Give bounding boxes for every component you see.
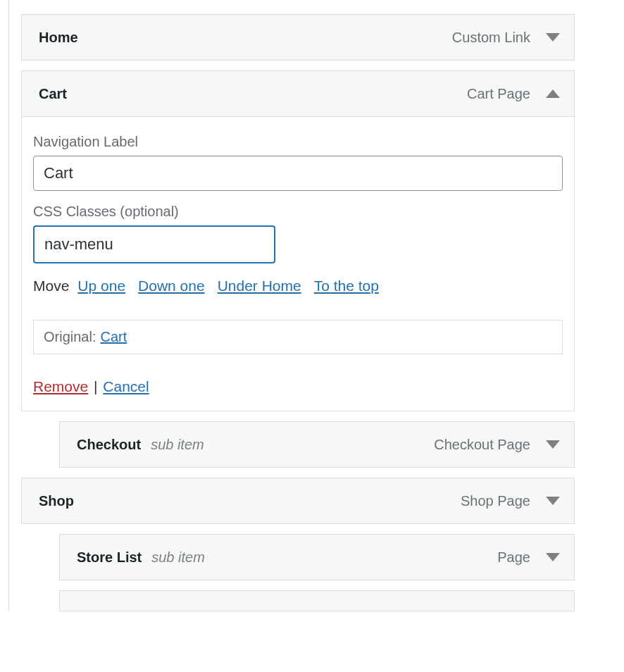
nav-label-input[interactable] (33, 156, 563, 191)
menu-item-title-wrap: Checkout sub item (77, 437, 204, 453)
menu-item-type: Page (497, 549, 530, 566)
sub-item-badge: sub item (151, 437, 204, 453)
menu-item-title: Store List (77, 549, 142, 566)
nav-label-field-block: Navigation Label (33, 134, 563, 191)
menu-item-type: Shop Page (461, 493, 530, 509)
menu-item-title: Cart (39, 86, 67, 102)
menu-item-store-list-header[interactable]: Store List sub item Page (59, 534, 575, 580)
move-label: Move (33, 278, 69, 294)
move-under-link[interactable]: Under Home (218, 278, 301, 294)
menu-item-meta: Page (497, 549, 560, 566)
menu-item-title: Shop (39, 493, 74, 509)
menu-item-title: Home (39, 30, 78, 46)
original-box: Original: Cart (33, 320, 563, 354)
menu-item-cart: Cart Cart Page Navigation Label CSS Clas… (21, 70, 575, 411)
original-link[interactable]: Cart (100, 329, 127, 345)
menu-item-shop-header[interactable]: Shop Shop Page (21, 478, 575, 524)
move-up-link[interactable]: Up one (77, 278, 125, 294)
menu-item-type: Custom Link (452, 30, 530, 46)
menu-item-home: Home Custom Link (21, 14, 575, 61)
chevron-down-icon[interactable] (546, 440, 560, 449)
nav-label-heading: Navigation Label (33, 134, 563, 150)
move-top-link[interactable]: To the top (314, 278, 379, 294)
menu-item-meta: Shop Page (461, 493, 560, 509)
chevron-down-icon[interactable] (546, 553, 560, 561)
action-divider: | (94, 378, 101, 394)
menu-item-meta: Custom Link (452, 30, 560, 46)
chevron-down-icon[interactable] (546, 497, 560, 505)
menu-item-checkout: Checkout sub item Checkout Page (59, 421, 575, 468)
original-label: Original: (44, 329, 96, 345)
menu-item-type: Checkout Page (434, 437, 530, 453)
menu-item-title: Checkout (77, 437, 141, 453)
remove-link[interactable]: Remove (33, 378, 88, 394)
menu-item-cart-header[interactable]: Cart Cart Page (21, 70, 575, 117)
chevron-down-icon[interactable] (546, 33, 560, 42)
menu-item-partial (59, 590, 575, 611)
move-down-link[interactable]: Down one (138, 278, 205, 294)
chevron-up-icon[interactable] (546, 89, 560, 98)
menu-item-checkout-header[interactable]: Checkout sub item Checkout Page (59, 421, 575, 468)
menu-item-list: Home Custom Link Cart Cart Page Navigati… (21, 14, 575, 611)
item-actions-row: Remove | Cancel (33, 378, 563, 395)
cancel-link[interactable]: Cancel (103, 378, 149, 394)
sub-item-badge: sub item (151, 549, 205, 566)
css-classes-field-block: CSS Classes (optional) (33, 204, 563, 263)
move-row: Move Up one Down one Under Home To the t… (33, 278, 563, 294)
menu-item-shop: Shop Shop Page (21, 478, 575, 524)
menu-item-title-wrap: Store List sub item (77, 549, 205, 566)
menu-item-meta: Cart Page (467, 86, 560, 102)
menu-item-store-list: Store List sub item Page (59, 534, 575, 580)
menu-item-meta: Checkout Page (434, 437, 560, 453)
panel-left-border (8, 0, 9, 611)
menu-item-home-header[interactable]: Home Custom Link (21, 14, 575, 61)
menu-item-type: Cart Page (467, 86, 530, 102)
css-classes-input[interactable] (33, 225, 275, 263)
menu-item-cart-body: Navigation Label CSS Classes (optional) … (21, 117, 575, 411)
css-classes-heading: CSS Classes (optional) (33, 204, 563, 220)
